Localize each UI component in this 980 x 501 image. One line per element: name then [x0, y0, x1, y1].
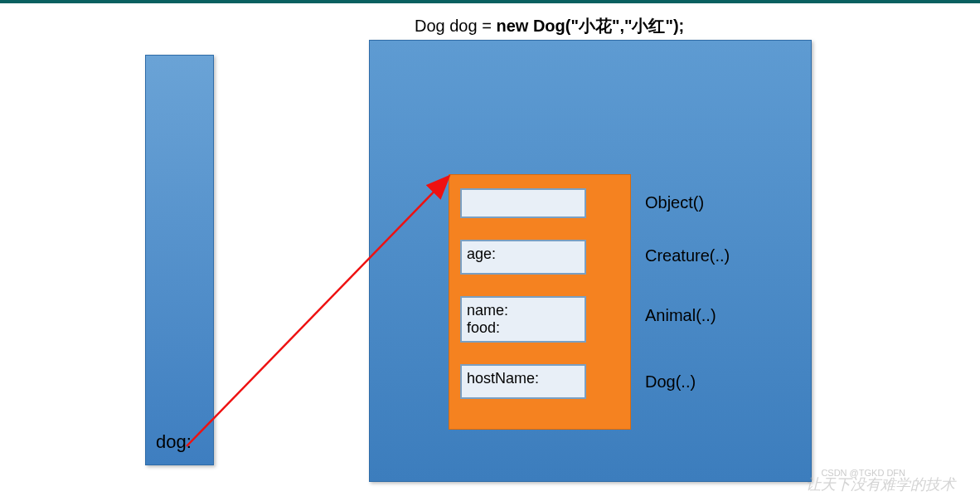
- code-expression: Dog dog = new Dog("小花","小红");: [415, 15, 684, 37]
- slot-animal: name: food:: [460, 296, 586, 343]
- code-bold: new Dog("小花","小红");: [496, 17, 684, 35]
- slot-creature: age:: [460, 240, 586, 275]
- label-creature: Creature(..): [645, 246, 730, 265]
- slot-object: [460, 188, 586, 218]
- code-prefix: Dog dog =: [415, 17, 496, 35]
- object-box: age: name: food: hostName:: [449, 174, 631, 430]
- watermark-text: 让天下没有难学的技术: [806, 474, 955, 494]
- label-dog: Dog(..): [645, 372, 696, 392]
- stack-box: dog:: [145, 55, 214, 465]
- label-object: Object(): [645, 193, 704, 212]
- heap-box: age: name: food: hostName: Object() Crea…: [369, 40, 812, 482]
- stack-variable-label: dog:: [156, 431, 192, 453]
- label-animal: Animal(..): [645, 306, 716, 325]
- slot-dog: hostName:: [460, 364, 586, 399]
